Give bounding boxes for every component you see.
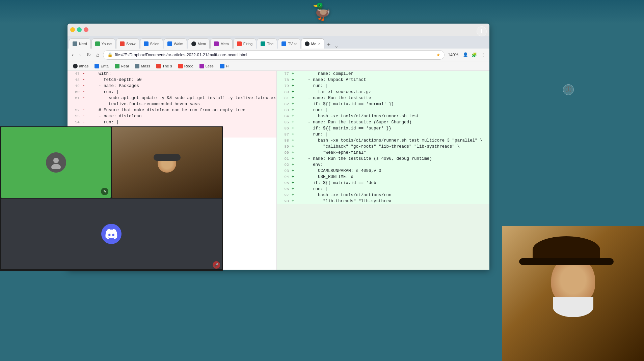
- tab-scien[interactable]: Scien: [140, 38, 163, 49]
- tab-nerd[interactable]: Nerd: [69, 38, 91, 49]
- bookmark-label-less: Less: [206, 64, 214, 68]
- line-sign-r83: +: [292, 107, 296, 113]
- hat-brim: [154, 154, 181, 161]
- line-sign-r78: +: [292, 77, 296, 83]
- bookmark-mass[interactable]: Mass: [132, 63, 153, 69]
- bookmark-enta[interactable]: Enta: [92, 63, 111, 69]
- line-sign-r87: +: [292, 131, 296, 138]
- video-row-top: ✎: [1, 127, 222, 198]
- code-right-scroll[interactable]: 77 + name: compiler 78 + - name: Unpack …: [277, 71, 489, 270]
- tab-favicon-show: [120, 41, 125, 46]
- line-num-r77: 77: [278, 71, 289, 77]
- line-sign-r94: +: [292, 174, 296, 180]
- maximize-button[interactable]: [77, 27, 82, 32]
- code-line-r98: 98 + "lib-threads" "lib-systhrea: [277, 198, 489, 204]
- line-content-r96: run: |: [298, 186, 488, 192]
- nav-bar: ‹ › ↻ ⌂ 🔒 file:///E:/Dropbox/Documents/n…: [68, 49, 489, 61]
- tab-show[interactable]: Show: [116, 38, 139, 49]
- line-content-r90: "weak-ephe-final": [298, 150, 488, 156]
- code-line-r87: 87 + run: |: [277, 131, 489, 138]
- line-num-r85: 85: [278, 119, 289, 125]
- bookmark-real[interactable]: Real: [112, 63, 132, 69]
- close-button[interactable]: [84, 27, 88, 32]
- line-num-49: 49: [69, 83, 80, 89]
- tab-me[interactable]: Me ×: [301, 38, 324, 49]
- webcam-bg: [112, 127, 222, 198]
- star-icon[interactable]: ★: [436, 53, 440, 57]
- line-sign-49: -: [82, 83, 87, 89]
- video-cell-webcam: [112, 127, 222, 198]
- line-sign-51: -: [82, 95, 87, 101]
- code-line-54: 54 - run: |: [68, 119, 276, 125]
- line-content-51b: texlive-fonts-recommended hevea sass: [88, 101, 275, 107]
- tab-mem2[interactable]: Mem: [210, 38, 232, 49]
- line-num-r78: 78: [278, 77, 289, 83]
- tab-list-button[interactable]: ⌄: [333, 43, 340, 49]
- face: [551, 257, 595, 317]
- line-content-r84: bash -xe tools/ci/actions/runner.sh test: [298, 113, 488, 119]
- page-info-button[interactable]: ⓘ: [563, 84, 574, 95]
- line-num-r87: 87: [278, 131, 289, 138]
- line-num-r90: 90: [278, 150, 289, 156]
- avatar-image: [46, 152, 66, 173]
- line-content-51: sudo apt-get update -y && sudo apt-get i…: [88, 95, 276, 101]
- line-content-r95: if: ${{ matrix.id == 'deb: [298, 180, 488, 186]
- tab-label-mem2: Mem: [220, 42, 229, 46]
- home-button[interactable]: ⌂: [95, 51, 101, 59]
- title-bar: [68, 24, 489, 36]
- tab-label-mem1: Mem: [198, 42, 206, 46]
- bookmark-favicon-real: [115, 64, 119, 68]
- tabs-bar: Nerd Youse Show Scien Walm Mem Mem Firi: [68, 36, 489, 49]
- back-button[interactable]: ‹: [70, 51, 75, 59]
- bookmark-h[interactable]: H: [217, 63, 231, 69]
- code-line-53: 53 - - name: distclean: [68, 113, 276, 119]
- profile-icon[interactable]: 👤: [462, 51, 469, 59]
- line-num-47: 47: [69, 71, 80, 77]
- minimize-button[interactable]: [70, 27, 75, 32]
- line-num-51: 51: [69, 95, 80, 101]
- new-tab-button[interactable]: +: [325, 41, 333, 49]
- code-line-51b: texlive-fonts-recommended hevea sass: [68, 101, 276, 107]
- tab-the[interactable]: The: [257, 38, 277, 49]
- bookmark-less[interactable]: Less: [197, 63, 216, 69]
- video-panel: ✎ 🎤: [0, 126, 223, 271]
- extension-icon[interactable]: 🧩: [471, 51, 478, 59]
- line-content-48: fetch-depth: 50: [88, 77, 275, 83]
- mute-icon[interactable]: 🎤: [213, 261, 220, 269]
- tab-favicon-mem1: [191, 41, 196, 46]
- tab-label-the: The: [267, 42, 273, 46]
- tab-youse[interactable]: Youse: [91, 38, 115, 49]
- forward-button[interactable]: ›: [77, 51, 82, 59]
- line-num-r97: 97: [278, 192, 289, 198]
- edit-icon[interactable]: ✎: [101, 188, 108, 195]
- bookmark-label-enta: Enta: [101, 64, 109, 68]
- tab-walm[interactable]: Walm: [164, 38, 187, 49]
- bookmark-favicon-h: [220, 64, 224, 68]
- bookmark-favicon-less: [199, 64, 204, 68]
- tab-tvst[interactable]: TV st: [278, 38, 300, 49]
- tab-firing[interactable]: Firing: [233, 38, 257, 49]
- cowboy-hat: [533, 236, 614, 265]
- line-sign-r98: +: [292, 198, 296, 204]
- tab-favicon-firing: [237, 41, 242, 46]
- address-bar[interactable]: 🔒 file:///E:/Dropbox/Documents/nr-articl…: [103, 50, 445, 60]
- tab-mem1[interactable]: Mem: [188, 38, 210, 49]
- reload-button[interactable]: ↻: [85, 51, 92, 59]
- bookmark-thes[interactable]: The s: [154, 63, 175, 69]
- code-line-r81: 81 + - name: Run the testsuite: [277, 95, 489, 101]
- menu-icon[interactable]: ⋮: [479, 51, 487, 59]
- bookmark-athas[interactable]: athas: [70, 63, 91, 69]
- line-num-r94: 94: [278, 174, 289, 180]
- code-right-panel: 77 + name: compiler 78 + - name: Unpack …: [277, 71, 489, 270]
- tab-close-me[interactable]: ×: [318, 41, 321, 46]
- code-line-r94: 94 + USE_RUNTIME: d: [277, 174, 489, 180]
- zoom-level: 140%: [447, 53, 460, 57]
- line-sign-r89: +: [292, 144, 296, 150]
- beard: [553, 297, 593, 317]
- tab-favicon-mem2: [214, 41, 219, 46]
- bookmark-label-redc: Redc: [184, 64, 193, 68]
- address-text: file:///E:/Dropbox/Documents/nr-articles…: [115, 53, 434, 57]
- avatar-svg: [49, 156, 63, 169]
- line-content-52: # Ensure that make distclean can be run …: [88, 107, 275, 113]
- bookmark-redc[interactable]: Redc: [176, 63, 196, 69]
